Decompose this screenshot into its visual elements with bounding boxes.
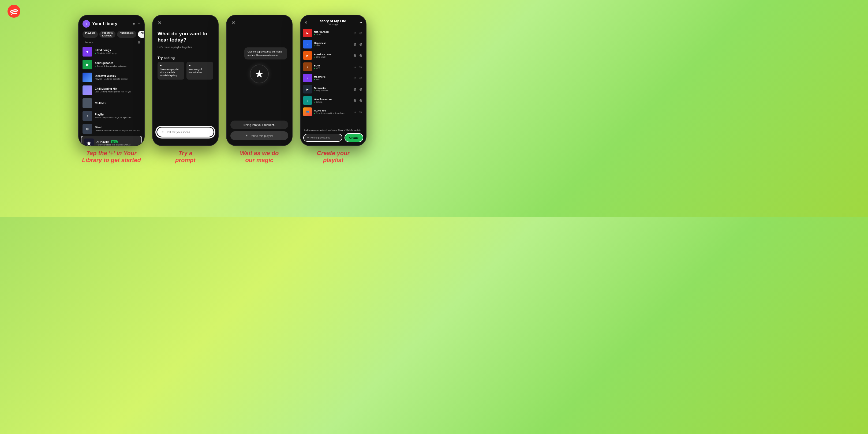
song-item-2[interactable]: ▶ American Love ●Qing Madi ⊖ ⊕: [301, 50, 366, 61]
phone-3-bottom: Tuning into your request... ✦ Refine thi…: [230, 121, 288, 140]
phone-col-4: ✕ Story of My Life 30 songs ⋯ ▶ Not An: [300, 15, 367, 164]
refine-button-3[interactable]: ✦ Refine this playlist: [230, 131, 288, 140]
phone-2: ✕ What do you want to hear today? Let's …: [152, 15, 219, 146]
search-icon[interactable]: ⌕: [133, 22, 135, 26]
suggestion-text-2: New songs fr favourite bar: [189, 68, 211, 74]
song-actions-1[interactable]: ⊖ ⊕: [352, 42, 363, 46]
song-thumb-6: ♪: [303, 96, 312, 105]
song-item-7[interactable]: 👥 I Love You ●Teen Jesus and the Jean Te…: [301, 106, 366, 117]
remove-icon-5[interactable]: ⊖: [352, 87, 358, 91]
step-label-2: Try a prompt: [175, 150, 195, 164]
spark-icon-2: ✦: [189, 64, 211, 67]
phone-1: I Your Library ⌕ + Playlists Podcasts & …: [78, 15, 145, 146]
list-item-chill-morning[interactable]: Chill Morning Mix Chill Morning music pi…: [79, 84, 144, 97]
list-item-liked[interactable]: ♥ Liked Songs ●Playlist • 1,338 songs: [79, 45, 144, 58]
refine-spark-icon-4: ✦: [307, 136, 309, 139]
more-options-icon[interactable]: ⋯: [359, 20, 362, 25]
phone-3: ✕ Give me a playlist that will make me f…: [226, 15, 292, 146]
ai-spinner-button[interactable]: [250, 65, 269, 83]
song-item-4[interactable]: ♪ Ma Cherie ●Bien ⊖ ⊕: [301, 72, 366, 84]
song-item-6[interactable]: ♪ Ultrafluorescent ●Oshwa ⊖ ⊕: [301, 95, 366, 106]
song-actions-5[interactable]: ⊖ ⊕: [352, 87, 363, 91]
add-icon[interactable]: +: [138, 22, 141, 26]
add-icon-0[interactable]: ⊕: [359, 31, 363, 35]
song-list: ▶ Not An Angel ●Tems ⊖ ⊕ ♪: [301, 27, 366, 117]
create-button[interactable]: Create: [344, 133, 363, 142]
add-icon-2[interactable]: ⊕: [359, 53, 363, 58]
ai-sub: Let's make a playlist together.: [153, 45, 218, 53]
song-thumb-2: ▶: [303, 51, 312, 60]
remove-icon-1[interactable]: ⊖: [352, 42, 358, 46]
playlist-thumb: ♪: [83, 111, 92, 121]
song-item-0[interactable]: ▶ Not An Angel ●Tems ⊖ ⊕: [301, 27, 366, 38]
add-icon-5[interactable]: ⊕: [359, 87, 363, 91]
add-icon-4[interactable]: ⊕: [359, 76, 363, 80]
song-info-1: Happiness ●Sarz: [314, 42, 350, 47]
song-item-1[interactable]: ♪ Happiness ●Sarz ⊖ ⊕: [301, 38, 366, 50]
input-placeholder-text: Tell me your ideas: [166, 130, 190, 134]
suggestion-2[interactable]: ✦ New songs fr favourite bar: [186, 62, 213, 80]
remove-icon-6[interactable]: ⊖: [352, 98, 358, 103]
step-label-4: Create your playlist: [317, 150, 350, 164]
ai-question: What do you want to hear today?: [153, 28, 218, 45]
ai-playlist-text: AI Playlist BETA Turn your ideas into pl…: [96, 140, 130, 146]
episodes-text: Your Episodes ●Saved & downloaded episod…: [95, 61, 126, 67]
filter-audiobooks[interactable]: Audiobooks: [117, 31, 136, 38]
song-thumb-4: ♪: [303, 74, 312, 82]
remove-icon-0[interactable]: ⊖: [352, 31, 358, 35]
spotify-logo: [7, 5, 20, 18]
step-label-3: Wait as we do our magic: [240, 150, 279, 164]
add-icon-7[interactable]: ⊕: [359, 110, 363, 114]
playlist-text: Playlist Build a playlist with songs, or…: [95, 113, 131, 119]
song-info-2: American Love ●Qing Madi: [314, 53, 350, 58]
sort-label[interactable]: ↕ Recents: [83, 41, 93, 44]
list-item-ai-playlist[interactable]: AI Playlist BETA Turn your ideas into pl…: [81, 136, 142, 146]
song-actions-4[interactable]: ⊖ ⊕: [352, 76, 363, 80]
playlist-description: Lights, camera, action: Here's your Stor…: [303, 129, 363, 133]
library-title-row: I Your Library: [83, 20, 117, 28]
list-item-discover[interactable]: Discover Weekly Playlist • Made for Isab…: [79, 71, 144, 84]
playlist-title: Story of My Life: [308, 19, 359, 23]
phone-4: ✕ Story of My Life 30 songs ⋯ ▶ Not An: [300, 15, 367, 146]
library-icons[interactable]: ⌕ +: [133, 22, 141, 26]
refine-input-4[interactable]: ✦ Refine playlist this: [303, 134, 342, 142]
phone-col-2: ✕ What do you want to hear today? Let's …: [152, 15, 219, 164]
song-actions-7[interactable]: ⊖ ⊕: [352, 110, 363, 114]
song-actions-6[interactable]: ⊖ ⊕: [352, 98, 363, 103]
list-item-playlist[interactable]: ♪ Playlist Build a playlist with songs, …: [79, 110, 144, 122]
add-icon-6[interactable]: ⊕: [359, 98, 363, 103]
add-icon-1[interactable]: ⊕: [359, 42, 363, 46]
song-thumb-0: ▶: [303, 29, 312, 37]
song-actions-3[interactable]: ⊖ ⊕: [352, 65, 363, 69]
song-actions-0[interactable]: ⊖ ⊕: [352, 31, 363, 35]
close-button-3[interactable]: ✕: [227, 15, 292, 28]
refine-spark-icon: ✦: [245, 134, 248, 137]
grid-icon[interactable]: ⊞: [138, 40, 141, 44]
ai-input-area[interactable]: ✦ Tell me your ideas: [156, 127, 214, 137]
list-item-blend[interactable]: ⊕ Blend Combine tastes in a shared playl…: [79, 122, 144, 135]
filter-playlists[interactable]: Playlists: [83, 31, 98, 38]
phone-col-1: I Your Library ⌕ + Playlists Podcasts & …: [78, 15, 145, 164]
filter-all[interactable]: All: [138, 31, 144, 38]
close-button-2[interactable]: ✕: [153, 15, 218, 28]
close-button-4[interactable]: ✕: [304, 20, 308, 25]
discover-text: Discover Weekly Playlist • Made for Isab…: [95, 74, 127, 81]
remove-icon-2[interactable]: ⊖: [352, 53, 358, 58]
filter-podcasts[interactable]: Podcasts & Shows: [99, 31, 116, 38]
liked-songs-thumb: ♥: [83, 47, 92, 57]
playlist-header: ✕ Story of My Life 30 songs ⋯: [301, 15, 366, 27]
song-thumb-5: ▶: [303, 85, 312, 93]
filter-row: Playlists Podcasts & Shows Audiobooks Al…: [79, 30, 144, 39]
remove-icon-7[interactable]: ⊖: [352, 110, 358, 114]
phone-4-bottom: Lights, camera, action: Here's your Stor…: [303, 129, 363, 142]
list-item-episodes[interactable]: ▶ Your Episodes ●Saved & downloaded epis…: [79, 58, 144, 71]
song-actions-2[interactable]: ⊖ ⊕: [352, 53, 363, 58]
add-icon-3[interactable]: ⊕: [359, 65, 363, 69]
remove-icon-4[interactable]: ⊖: [352, 76, 358, 80]
phone-4-inner: ✕ Story of My Life 30 songs ⋯ ▶ Not An: [301, 15, 366, 146]
suggestion-1[interactable]: ✦ Give me a playlist with some 90s Swedi…: [157, 62, 184, 80]
list-item-chill-mix[interactable]: Chill Mix: [79, 97, 144, 110]
song-item-3[interactable]: ♪ BOW ●MFS ⊖ ⊕: [301, 61, 366, 72]
song-item-5[interactable]: ▶ Terminator ●King Promise ⊖ ⊕: [301, 84, 366, 95]
remove-icon-3[interactable]: ⊖: [352, 65, 358, 69]
